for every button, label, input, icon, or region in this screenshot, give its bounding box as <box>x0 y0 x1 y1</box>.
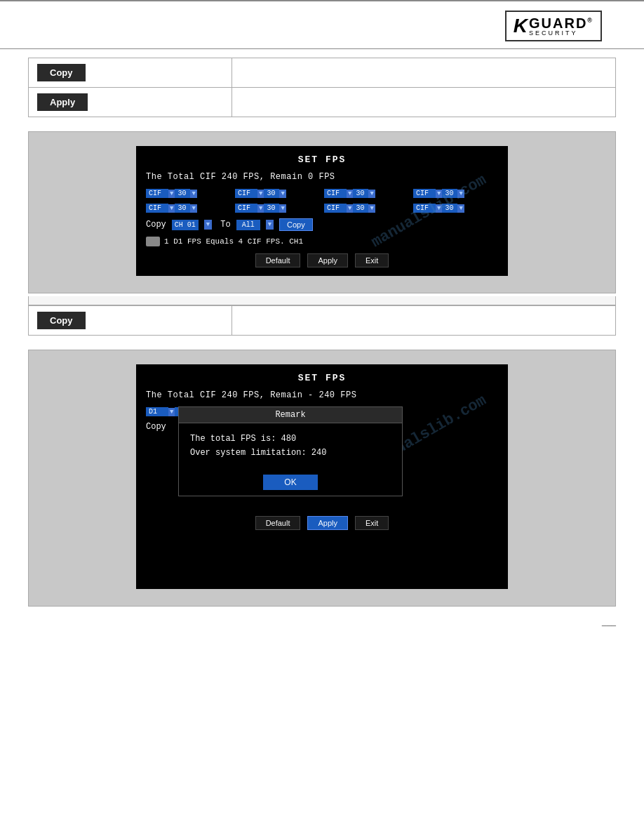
dvr1-copy-to-arrow[interactable]: ▼ <box>266 220 274 230</box>
ch4-type[interactable]: CIF <box>413 189 436 198</box>
page-number: ___ <box>602 616 616 626</box>
ch2-fps-arrow[interactable]: ▼ <box>279 190 286 198</box>
dvr1-note-row: 1 D1 FPS Equals 4 CIF FPS. CH1 <box>146 237 498 246</box>
hdd-icon-1 <box>146 237 160 246</box>
remark-ok-area: OK <box>179 469 402 496</box>
dvr1-note-text: 1 D1 FPS Equals 4 CIF FPS. CH1 <box>164 237 303 246</box>
dvr-screen-1: manualslib.com SET FPS The Total CIF 240… <box>136 146 508 276</box>
ch4-control: CIF ▼ 30 ▼ <box>413 189 498 198</box>
ch8-control: CIF ▼ 30 ▼ <box>413 204 498 213</box>
ch8-fps[interactable]: 30 <box>442 204 457 213</box>
dvr2-ch1-type-arrow[interactable]: ▼ <box>168 408 175 416</box>
ch2-type[interactable]: CIF <box>235 189 257 198</box>
apply-row: Apply <box>29 88 616 117</box>
ch6-control: CIF ▼ 30 ▼ <box>235 204 320 213</box>
remark-ok-button[interactable]: OK <box>263 475 317 490</box>
ch4-fps[interactable]: 30 <box>442 189 457 198</box>
dvr1-exit-btn[interactable]: Exit <box>355 253 389 267</box>
ch5-fps[interactable]: 30 <box>175 204 190 213</box>
remark-line1: The total FPS is: 480 <box>190 432 391 446</box>
copy-button-1[interactable]: Copy <box>37 64 86 81</box>
dvr2-footer: Default Apply Exit <box>146 516 498 530</box>
dvr1-copy-from-select[interactable]: CH 01 <box>172 220 199 230</box>
ch1-fps-arrow[interactable]: ▼ <box>190 190 196 198</box>
dvr2-exit-btn[interactable]: Exit <box>355 516 389 530</box>
dvr2-copy-label: Copy <box>146 422 166 432</box>
dvr-screen-2: manualslib.com SET FPS The Total CIF 240… <box>136 364 508 589</box>
dvr1-channels-row2: CIF ▼ 30 ▼ CIF ▼ 30 ▼ CIF ▼ 30 ▼ CIF <box>146 204 498 213</box>
under-logo-divider <box>0 48 644 49</box>
page-footer: ___ <box>0 609 644 633</box>
ch3-fps-arrow[interactable]: ▼ <box>368 190 375 198</box>
ch8-type-arrow[interactable]: ▼ <box>436 204 442 213</box>
ch7-type[interactable]: CIF <box>324 204 347 213</box>
apply-cell: Apply <box>29 88 232 117</box>
ch6-type[interactable]: CIF <box>235 204 257 213</box>
dvr2-title: SET FPS <box>146 373 498 383</box>
ch3-control: CIF ▼ 30 ▼ <box>324 189 409 198</box>
ch8-fps-arrow[interactable]: ▼ <box>457 204 464 213</box>
logo-security-text: SECURITY <box>529 30 578 37</box>
dvr-screenshot-1: manualslib.com SET FPS The Total CIF 240… <box>28 131 616 293</box>
dvr1-default-btn[interactable]: Default <box>255 253 301 267</box>
logo-guard-text: GUARD® <box>529 16 593 30</box>
dvr1-apply-btn[interactable]: Apply <box>307 253 348 267</box>
dvr1-info: The Total CIF 240 FPS, Remain 0 FPS <box>146 172 498 182</box>
ch7-fps-arrow[interactable]: ▼ <box>368 204 375 213</box>
spacer-bottom-1 <box>29 284 615 293</box>
dvr1-copy-button[interactable]: Copy <box>279 218 313 231</box>
ch4-type-arrow[interactable]: ▼ <box>436 190 442 198</box>
ch5-fps-arrow[interactable]: ▼ <box>190 204 196 213</box>
ch3-type[interactable]: CIF <box>324 189 347 198</box>
remark-body: The total FPS is: 480 Over system limita… <box>179 423 402 469</box>
apply-button-1[interactable]: Apply <box>37 93 88 111</box>
ch6-type-arrow[interactable]: ▼ <box>257 204 264 213</box>
copy-table-2: Copy <box>28 305 616 336</box>
ch7-type-arrow[interactable]: ▼ <box>347 204 353 213</box>
dvr1-title: SET FPS <box>146 154 498 165</box>
spacer-top-2 <box>29 350 615 356</box>
dvr2-apply-btn[interactable]: Apply <box>307 516 348 530</box>
remark-dialog: Remark The total FPS is: 480 Over system… <box>178 406 403 496</box>
kguard-logo: K GUARD® SECURITY <box>505 11 602 41</box>
dvr1-channels-row1: CIF ▼ 30 ▼ CIF ▼ 30 ▼ CIF ▼ 30 ▼ CIF <box>146 189 498 198</box>
ch6-fps[interactable]: 30 <box>264 204 279 213</box>
dvr2-ch1-type[interactable]: D1 <box>146 407 168 416</box>
dvr1-copy-from-arrow[interactable]: ▼ <box>204 220 212 230</box>
ch3-type-arrow[interactable]: ▼ <box>347 190 353 198</box>
copy-row-2: Copy <box>29 306 616 336</box>
ch7-control: CIF ▼ 30 ▼ <box>324 204 409 213</box>
ch8-type[interactable]: CIF <box>413 204 436 213</box>
ch6-fps-arrow[interactable]: ▼ <box>279 204 286 213</box>
spacer-top-1 <box>29 132 615 138</box>
apply-desc-cell <box>232 88 616 117</box>
copy-desc-cell <box>232 58 616 88</box>
remark-line2: Over system limitation: 240 <box>190 446 391 460</box>
ch7-fps[interactable]: 30 <box>353 204 368 213</box>
remark-title: Remark <box>179 407 402 423</box>
dvr1-copy-row: Copy CH 01 ▼ To All ▼ Copy <box>146 218 498 231</box>
ch2-control: CIF ▼ 30 ▼ <box>235 189 320 198</box>
copy-row: Copy <box>29 58 616 88</box>
ch2-type-arrow[interactable]: ▼ <box>257 190 264 198</box>
ch4-fps-arrow[interactable]: ▼ <box>457 190 464 198</box>
ch1-fps[interactable]: 30 <box>175 189 190 198</box>
ch2-fps[interactable]: 30 <box>264 189 279 198</box>
ch1-type[interactable]: CIF <box>146 189 168 198</box>
inter-section-desc <box>28 296 616 305</box>
dvr1-copy-to-select[interactable]: All <box>236 220 260 230</box>
ch5-control: CIF ▼ 30 ▼ <box>146 204 231 213</box>
ch3-fps[interactable]: 30 <box>353 189 368 198</box>
dvr2-default-btn[interactable]: Default <box>255 516 301 530</box>
copy-button-2[interactable]: Copy <box>37 312 86 329</box>
ch5-type[interactable]: CIF <box>146 204 168 213</box>
dvr-screenshot-2: manualslib.com SET FPS The Total CIF 240… <box>28 350 616 607</box>
dvr1-footer: Default Apply Exit <box>146 253 498 267</box>
copy-apply-table: Copy Apply <box>28 58 616 117</box>
copy-desc-cell-2 <box>232 306 616 336</box>
copy-cell: Copy <box>29 58 232 88</box>
ch5-type-arrow[interactable]: ▼ <box>168 204 175 213</box>
dvr1-copy-to-label: To <box>220 220 230 230</box>
logo-area: K GUARD® SECURITY <box>0 7 644 41</box>
ch1-type-arrow[interactable]: ▼ <box>168 190 175 198</box>
